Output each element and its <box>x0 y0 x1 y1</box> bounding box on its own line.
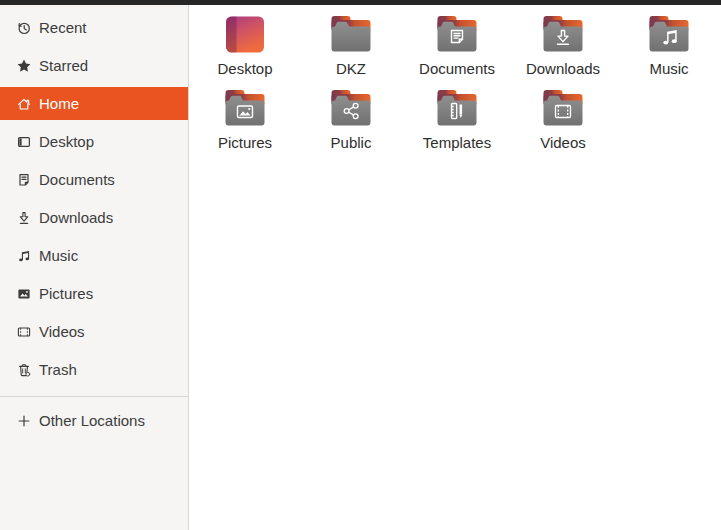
sidebar-footer-list: Other Locations <box>0 404 188 442</box>
file-pictures[interactable]: Pictures <box>192 84 298 152</box>
file-documents[interactable]: Documents <box>404 10 510 78</box>
home-icon <box>15 95 32 112</box>
folder-downloads-icon <box>539 10 587 58</box>
file-desktop[interactable]: Desktop <box>192 10 298 78</box>
sidebar-item-home[interactable]: Home <box>0 87 188 120</box>
file-label: Documents <box>419 60 495 78</box>
sidebar-item-documents[interactable]: Documents <box>0 163 188 196</box>
downloads-icon <box>15 209 32 226</box>
file-label: DKZ <box>336 60 366 78</box>
documents-icon <box>15 171 32 188</box>
sidebar-item-videos[interactable]: Videos <box>0 315 188 348</box>
sidebar-item-label: Desktop <box>39 133 94 150</box>
sidebar-item-downloads[interactable]: Downloads <box>0 201 188 234</box>
sidebar-item-starred[interactable]: Starred <box>0 49 188 82</box>
sidebar-item-recent[interactable]: Recent <box>0 11 188 44</box>
sidebar-item-pictures[interactable]: Pictures <box>0 277 188 310</box>
sidebar-item-label: Other Locations <box>39 412 145 429</box>
file-label: Public <box>331 134 372 152</box>
pictures-icon <box>15 285 32 302</box>
star-icon <box>15 57 32 74</box>
folder-videos-icon <box>539 84 587 132</box>
plus-icon <box>15 412 32 429</box>
sidebar-item-label: Downloads <box>39 209 113 226</box>
desktop-special-icon <box>221 10 269 58</box>
file-public[interactable]: Public <box>298 84 404 152</box>
file-templates[interactable]: Templates <box>404 84 510 152</box>
sidebar-item-label: Pictures <box>39 285 93 302</box>
file-label: Desktop <box>217 60 272 78</box>
sidebar-item-label: Videos <box>39 323 85 340</box>
desktop-icon <box>15 133 32 150</box>
sidebar-separator <box>0 396 188 397</box>
sidebar-item-label: Trash <box>39 361 77 378</box>
sidebar-item-trash[interactable]: Trash <box>0 353 188 386</box>
folder-pictures-icon <box>221 84 269 132</box>
files-view[interactable]: Desktop DKZ Documents Downloads Music Pi… <box>189 5 721 530</box>
music-icon <box>15 247 32 264</box>
folder-public-icon <box>327 84 375 132</box>
file-music[interactable]: Music <box>616 10 721 78</box>
file-label: Downloads <box>526 60 600 78</box>
trash-icon <box>15 361 32 378</box>
videos-icon <box>15 323 32 340</box>
file-grid: Desktop DKZ Documents Downloads Music Pi… <box>192 10 721 152</box>
folder-icon <box>327 10 375 58</box>
sidebar-item-label: Music <box>39 247 78 264</box>
file-label: Pictures <box>218 134 272 152</box>
folder-templates-icon <box>433 84 481 132</box>
file-label: Music <box>649 60 688 78</box>
file-videos[interactable]: Videos <box>510 84 616 152</box>
sidebar-item-label: Home <box>39 95 79 112</box>
file-label: Templates <box>423 134 491 152</box>
sidebar-item-music[interactable]: Music <box>0 239 188 272</box>
sidebar-item-other-locations[interactable]: Other Locations <box>0 404 188 437</box>
sidebar: Recent Starred Home Desktop Documents Do… <box>0 5 189 530</box>
file-label: Videos <box>540 134 586 152</box>
sidebar-item-label: Starred <box>39 57 88 74</box>
sidebar-item-desktop[interactable]: Desktop <box>0 125 188 158</box>
recent-icon <box>15 19 32 36</box>
sidebar-item-label: Recent <box>39 19 87 36</box>
file-dkz[interactable]: DKZ <box>298 10 404 78</box>
file-downloads[interactable]: Downloads <box>510 10 616 78</box>
sidebar-places-list: Recent Starred Home Desktop Documents Do… <box>0 11 188 391</box>
folder-music-icon <box>645 10 693 58</box>
file-manager-window: Recent Starred Home Desktop Documents Do… <box>0 5 721 530</box>
sidebar-item-label: Documents <box>39 171 115 188</box>
folder-documents-icon <box>433 10 481 58</box>
